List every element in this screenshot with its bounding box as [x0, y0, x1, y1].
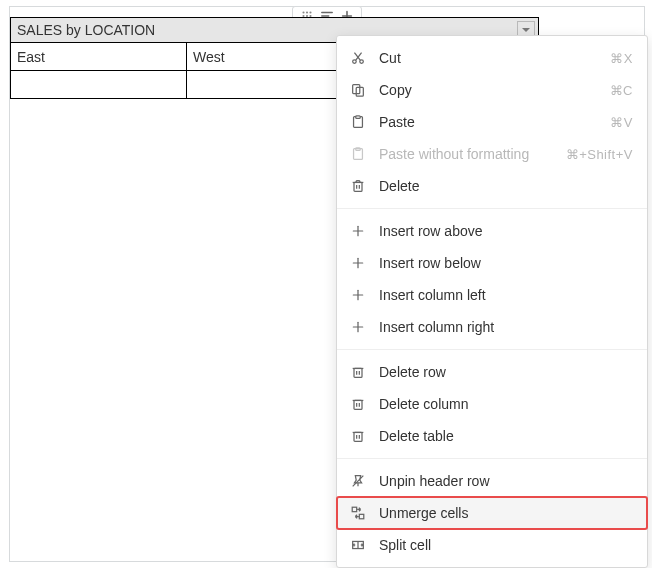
menu-item-insert-column-right[interactable]: Insert column right: [337, 311, 647, 343]
svg-rect-21: [354, 182, 362, 191]
menu-label: Delete: [379, 178, 633, 194]
menu-label: Paste without formatting: [379, 146, 554, 162]
unmerge-icon: [349, 504, 367, 522]
table-cell[interactable]: [11, 71, 187, 99]
menu-item-delete-table[interactable]: Delete table: [337, 420, 647, 452]
svg-point-1: [306, 11, 308, 13]
split-cell-icon: [349, 536, 367, 554]
svg-rect-51: [359, 514, 363, 518]
menu-item-cut[interactable]: Cut ⌘X: [337, 42, 647, 74]
menu-item-insert-column-left[interactable]: Insert column left: [337, 279, 647, 311]
menu-shortcut: ⌘X: [610, 51, 633, 66]
menu-separator: [337, 458, 647, 459]
svg-rect-40: [354, 400, 362, 409]
menu-shortcut: ⌘V: [610, 115, 633, 130]
menu-label: Unpin header row: [379, 473, 633, 489]
trash-icon: [349, 363, 367, 381]
unpin-icon: [349, 472, 367, 490]
svg-rect-18: [356, 116, 360, 119]
menu-item-unmerge-cells[interactable]: Unmerge cells: [337, 497, 647, 529]
trash-icon: [349, 177, 367, 195]
menu-item-split-cell[interactable]: Split cell: [337, 529, 647, 561]
menu-label: Insert row above: [379, 223, 633, 239]
trash-icon: [349, 427, 367, 445]
menu-item-unpin-header-row[interactable]: Unpin header row: [337, 465, 647, 497]
menu-item-paste[interactable]: Paste ⌘V: [337, 106, 647, 138]
menu-label: Delete row: [379, 364, 633, 380]
svg-point-12: [360, 60, 364, 64]
copy-icon: [349, 81, 367, 99]
svg-point-2: [309, 11, 311, 13]
menu-item-insert-row-above[interactable]: Insert row above: [337, 215, 647, 247]
menu-label: Cut: [379, 50, 598, 66]
menu-shortcut: ⌘+Shift+V: [566, 147, 633, 162]
column-header[interactable]: East: [11, 43, 187, 71]
menu-item-paste-without-formatting: Paste without formatting ⌘+Shift+V: [337, 138, 647, 170]
menu-label: Split cell: [379, 537, 633, 553]
paste-icon: [349, 113, 367, 131]
document-canvas: SALES by LOCATION East West North Cut ⌘X: [9, 6, 645, 562]
menu-label: Unmerge cells: [379, 505, 633, 521]
context-menu: Cut ⌘X Copy ⌘C Paste ⌘V Paste without fo…: [336, 35, 648, 568]
menu-item-insert-row-below[interactable]: Insert row below: [337, 247, 647, 279]
menu-label: Insert row below: [379, 255, 633, 271]
svg-point-0: [302, 11, 304, 13]
svg-rect-44: [354, 432, 362, 441]
cut-icon: [349, 49, 367, 67]
paste-plain-icon: [349, 145, 367, 163]
menu-item-delete[interactable]: Delete: [337, 170, 647, 202]
menu-shortcut: ⌘C: [610, 83, 633, 98]
menu-item-copy[interactable]: Copy ⌘C: [337, 74, 647, 106]
svg-rect-36: [354, 368, 362, 377]
menu-label: Paste: [379, 114, 598, 130]
menu-label: Insert column right: [379, 319, 633, 335]
menu-item-delete-column[interactable]: Delete column: [337, 388, 647, 420]
menu-item-delete-row[interactable]: Delete row: [337, 356, 647, 388]
menu-separator: [337, 349, 647, 350]
menu-label: Delete table: [379, 428, 633, 444]
plus-icon: [349, 318, 367, 336]
menu-label: Copy: [379, 82, 598, 98]
trash-icon: [349, 395, 367, 413]
plus-icon: [349, 254, 367, 272]
svg-rect-50: [352, 507, 356, 511]
menu-label: Insert column left: [379, 287, 633, 303]
plus-icon: [349, 222, 367, 240]
menu-label: Delete column: [379, 396, 633, 412]
menu-separator: [337, 208, 647, 209]
plus-icon: [349, 286, 367, 304]
svg-point-11: [353, 60, 357, 64]
